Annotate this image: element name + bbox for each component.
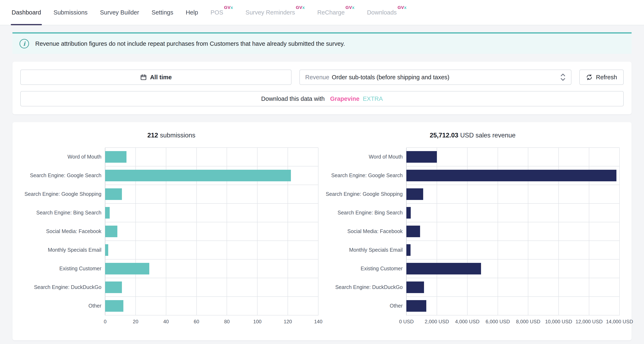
info-banner: i Revenue attribution figures do not inc… [12, 32, 632, 54]
chart-bar [105, 282, 122, 293]
chart-row [406, 185, 620, 204]
chart-bar [105, 188, 122, 200]
revenue-total: 25,712.03 [430, 132, 458, 139]
download-data-button[interactable]: Download this data with GrapevineEXTRA [20, 91, 624, 106]
date-range-button[interactable]: All time [20, 70, 292, 85]
chart-bar [406, 244, 410, 256]
chart-category-label: Search Engine: Google Search [326, 166, 406, 185]
gvx-badge: GVx [296, 5, 305, 10]
nav-tab-label: Downloads [367, 9, 397, 16]
gvx-badge: GVx [398, 5, 406, 10]
chart-row [105, 297, 318, 316]
nav-tab-dashboard[interactable]: Dashboard [6, 0, 47, 25]
chart-bar [406, 188, 423, 200]
nav-tab-label: Settings [152, 9, 173, 16]
chart-row [105, 260, 318, 278]
refresh-button[interactable]: Refresh [579, 70, 624, 85]
nav-tab-downloads[interactable]: Downloads GVx [361, 0, 413, 25]
axis-tick-label: 12,000 USD [576, 319, 603, 325]
gvx-badge-x: x [230, 5, 233, 10]
chart-bar [406, 207, 411, 219]
submissions-total: 212 [148, 132, 158, 139]
top-navigation: Dashboard Submissions Survey Builder Set… [0, 0, 644, 25]
metric-select[interactable]: Revenue Order sub-totals (before shippin… [300, 70, 572, 85]
chart-body: Word of MouthSearch Engine: Google Searc… [24, 147, 318, 329]
chart-row [105, 241, 318, 260]
chart-bar [406, 300, 426, 312]
chart-category-label: Search Engine: Bing Search [24, 203, 105, 222]
chart-bar [105, 170, 291, 181]
chart-plot-area: 0 USD2,000 USD4,000 USD6,000 USD8,000 US… [406, 147, 620, 329]
chart-row [105, 167, 318, 185]
chart-category-labels: Word of MouthSearch Engine: Google Searc… [24, 147, 105, 329]
brand-suffix: EXTRA [363, 95, 383, 102]
chart-row [406, 241, 620, 260]
gvx-badge-gv: GV [346, 5, 352, 10]
axis-tick-label: 0 [104, 319, 106, 325]
filters-row: All time Revenue Order sub-totals (befor… [20, 70, 624, 85]
gvx-badge-x: x [404, 5, 406, 10]
chart-row [406, 278, 620, 297]
chart-category-label: Search Engine: Bing Search [326, 203, 406, 222]
gvx-badge-gv: GV [224, 5, 230, 10]
nav-tab-label: Survey Builder [100, 9, 139, 16]
nav-tab-settings[interactable]: Settings [145, 0, 180, 25]
nav-tab-submissions[interactable]: Submissions [47, 0, 94, 25]
chart-category-label: Existing Customer [24, 259, 105, 278]
chart-category-label: Word of Mouth [24, 147, 105, 166]
axis-tick-label: 8,000 USD [516, 319, 540, 325]
chart-bar [105, 226, 117, 237]
nav-tab-survey-builder[interactable]: Survey Builder [94, 0, 145, 25]
attribution-charts-card: 212submissions Word of MouthSearch Engin… [12, 122, 632, 340]
chart-row [406, 260, 620, 278]
nav-tab-label: POS [210, 9, 223, 16]
nav-tab-pos[interactable]: POS GVx [204, 0, 239, 25]
gvx-badge-gv: GV [398, 5, 404, 10]
nav-tab-recharge[interactable]: ReCharge GVx [311, 0, 361, 25]
refresh-icon [586, 74, 592, 81]
axis-tick-label: 4,000 USD [455, 319, 479, 325]
chart-category-label: Search Engine: Google Search [24, 166, 105, 185]
axis-tick-label: 100 [253, 319, 262, 325]
charts-container: 212submissions Word of MouthSearch Engin… [21, 132, 623, 329]
brand-name: Grapevine [330, 95, 360, 102]
gvx-badge-x: x [302, 5, 305, 10]
nav-tab-help[interactable]: Help [180, 0, 204, 25]
chart-plot [105, 147, 318, 316]
refresh-label: Refresh [596, 74, 617, 81]
chart-bar [105, 300, 123, 312]
chart-body: Word of MouthSearch Engine: Google Searc… [326, 147, 620, 329]
axis-tick-label: 80 [224, 319, 230, 325]
chart-bar [105, 263, 149, 274]
nav-tab-label: ReCharge [317, 9, 344, 16]
chart-row [406, 167, 620, 185]
chart-row [105, 185, 318, 204]
chart-bar [406, 170, 616, 181]
axis-tick-label: 6,000 USD [486, 319, 510, 325]
chart-row [105, 278, 318, 297]
gvx-badge: GVx [346, 5, 354, 10]
metric-select-prefix: Revenue [305, 74, 329, 81]
axis-tick-label: 10,000 USD [545, 319, 572, 325]
axis-tick-label: 60 [194, 319, 199, 325]
submissions-chart-title: 212submissions [24, 132, 318, 139]
chart-category-label: Search Engine: Google Shopping [24, 185, 105, 203]
axis-tick-label: 2,000 USD [425, 319, 449, 325]
download-text: Download this data with [261, 95, 325, 102]
nav-tab-survey-reminders[interactable]: Survey Reminders GVx [239, 0, 311, 25]
chart-category-label: Other [24, 296, 105, 315]
chart-category-label: Search Engine: DuckDuckGo [24, 278, 105, 296]
select-arrows-icon [560, 73, 566, 82]
nav-tab-label: Survey Reminders [246, 9, 295, 16]
chart-row [406, 148, 620, 167]
axis-tick-label: 40 [163, 319, 169, 325]
chart-row [406, 297, 620, 316]
chart-category-label: Other [326, 296, 406, 315]
gvx-badge-gv: GV [296, 5, 302, 10]
nav-tab-label: Help [186, 9, 198, 16]
revenue-title-label: USD sales revenue [460, 132, 516, 139]
gvx-badge-x: x [352, 5, 354, 10]
chart-category-label: Existing Customer [326, 259, 406, 278]
chart-category-label: Word of Mouth [326, 147, 406, 166]
chart-bar [406, 151, 437, 163]
